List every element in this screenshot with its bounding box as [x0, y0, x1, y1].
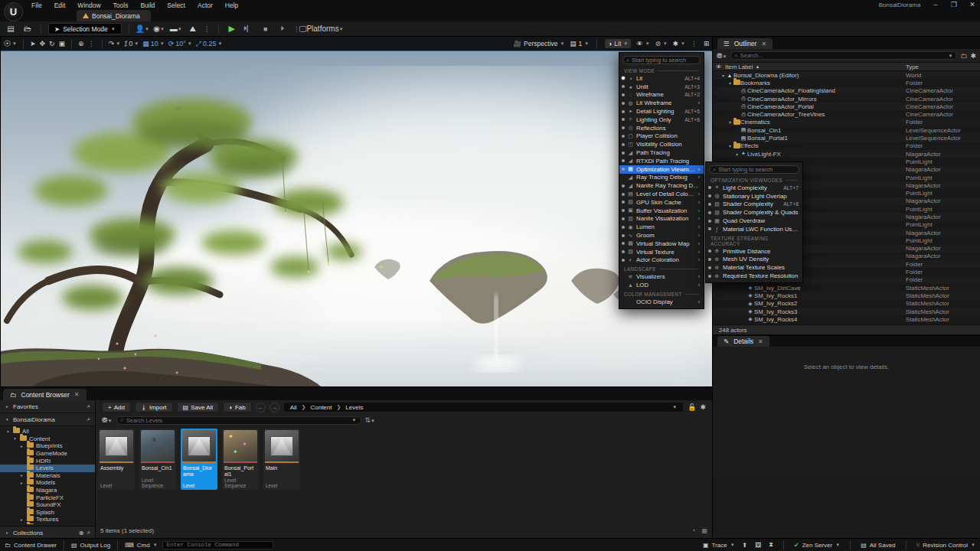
expand-arrow-icon[interactable]: ▾ [720, 73, 726, 78]
folder-content[interactable]: ▾Content [0, 435, 95, 443]
platforms-dropdown[interactable]: 🖵 Platforms ▼ [315, 24, 328, 34]
search-icon[interactable]: ⌕ [87, 403, 90, 410]
import-button[interactable]: ⭳Import [135, 402, 173, 412]
asset-tile-bonsai-diorama[interactable]: Bonsai_DioramaLevel [181, 429, 217, 490]
output-log-button[interactable]: ▤ Output Log [71, 542, 110, 549]
world-space-icon[interactable]: ⊕ [78, 40, 84, 47]
grid-snap-value[interactable]: ▦ 10▼ [142, 40, 164, 47]
close-button[interactable]: ✕ [968, 0, 977, 10]
folder-levels[interactable]: Levels [0, 465, 95, 472]
revision-control-dropdown[interactable]: ⑂ Revision Control ▼ [916, 542, 975, 549]
cinematics-icon[interactable]: ▬▼ [170, 24, 182, 34]
expand-arrow-icon[interactable]: ▾ [5, 429, 11, 434]
expand-arrow-icon[interactable]: ▾ [727, 119, 733, 125]
outliner-row[interactable]: ⎙CineCameraActor_PortalCineCameraActor [713, 103, 980, 110]
outliner-filter-icon[interactable]: ⛃▼ [717, 52, 727, 60]
rotate-tool-icon[interactable]: ↻ [49, 40, 55, 47]
upload-icon[interactable]: ⬆ [743, 542, 748, 549]
project-section[interactable]: ▾ BonsaiDiorama ⌕ [0, 413, 95, 426]
folder-splash[interactable]: Splash [0, 509, 95, 517]
content-drawer-button[interactable]: 🗀 Content Drawer [5, 542, 57, 549]
zen-server-dropdown[interactable]: ✔ Zen Server ▼ [794, 542, 840, 549]
outliner-row[interactable]: ▤Bonsai_Portal1LevelSequenceActor [713, 134, 980, 142]
breadcrumb-content[interactable]: Content [310, 404, 332, 411]
expand-arrow-icon[interactable]: ▸ [19, 473, 24, 478]
menu-actor[interactable]: Actor [192, 1, 218, 10]
outliner-row[interactable]: ▾▲Bonsai_Diorama (Editor)World [713, 71, 980, 79]
cmd-dropdown[interactable]: ⌨ Cmd ▼ [125, 542, 157, 549]
transform-overflow-icon[interactable]: ⋮ [88, 40, 96, 47]
toolbar-overflow-icon[interactable]: ⋮ [204, 25, 211, 33]
browse-content-icon[interactable]: 🗁 [21, 24, 34, 34]
add-collection-icon[interactable]: ⊕ [79, 530, 84, 536]
save-all-button[interactable]: ▤Save All [177, 402, 219, 412]
filter-icon[interactable]: ⛃▼ [102, 416, 113, 424]
thumbnail-size-icon[interactable]: ▦ [701, 527, 707, 534]
outliner-row[interactable]: ▾✦LiveLight-FXNiagaraActor [713, 150, 980, 158]
frame-skip-button[interactable]: ⏵▏ [243, 24, 255, 34]
folder-textures[interactable]: ▸Textures [0, 516, 95, 523]
maximize-viewport-icon[interactable]: ⊞ [704, 40, 709, 47]
forward-button[interactable]: → [270, 403, 279, 412]
visibility-column-icon[interactable]: 👁 [713, 64, 725, 70]
outliner-row[interactable]: ▾BookmarksFolder [713, 79, 980, 86]
menu-help[interactable]: Help [220, 1, 243, 10]
scale-tool-icon[interactable]: ▣ [59, 40, 66, 47]
folder-models[interactable]: ▸Models [0, 479, 95, 487]
asset-tile-main[interactable]: MainLevel [263, 429, 300, 490]
viewmode-item-buffer-visualization[interactable]: ▣Buffer Visualization› [619, 207, 704, 215]
viewport[interactable]: 🖸▼ ➤ ✥ ↻ ▣ ⊕ ⋮ ↷▼ ⁒ 0▼ ▦ 10▼ ⟳ 10°▼ ⤢ 0.… [1, 37, 712, 386]
submenu-search-input[interactable]: ⌕ Start typing to search [709, 165, 799, 174]
back-button[interactable]: ← [256, 403, 266, 412]
view-options-icon[interactable]: ◔ [692, 527, 696, 534]
outliner-row[interactable]: ◈SM_Ivy_Rocks1StaticMeshActor [713, 292, 980, 299]
outliner-row[interactable]: ▤Bonsai_Cin1LevelSequenceActor [713, 126, 980, 134]
rotation-snap-value[interactable]: ⟳ 10°▼ [168, 40, 192, 47]
outliner-row[interactable]: ◈SM_Ivy_Rocks4StaticMeshActor [713, 315, 980, 323]
viewmode-item-detail-lighting[interactable]: ✦Detail LightingALT+5 [619, 107, 704, 116]
optviewmode-item-material-lwc-function-usage[interactable]: ƒMaterial LWC Function Usage [706, 225, 802, 233]
folder-materials[interactable]: ▸Materials [0, 472, 95, 480]
expand-arrow-icon[interactable]: ▸ [19, 444, 24, 448]
close-icon[interactable]: ✕ [761, 41, 766, 47]
outliner-search-input[interactable]: ⌕ Search... ▼ [730, 51, 958, 60]
save-icon[interactable]: ▤ [5, 24, 17, 34]
optviewmode-item-light-complexity[interactable]: ✶Light ComplexityALT+7 [706, 184, 802, 192]
viewmode-item-wireframe[interactable]: ◌WireframeALT+2 [619, 91, 704, 99]
viewmode-item-gpu-skin-cache[interactable]: ▧GPU Skin Cache› [619, 198, 704, 207]
outliner-row[interactable]: ⎙CineCameraActor_FloatingIslandCineCamer… [713, 87, 980, 95]
trace-dropdown[interactable]: ▣ Trace ▼ [703, 542, 735, 549]
folder-soundfx[interactable]: SoundFX [0, 501, 95, 509]
menu-build[interactable]: Build [135, 1, 160, 10]
outliner-row[interactable]: ▾CinematicsFolder [713, 119, 980, 126]
select-tool-icon[interactable]: ➤ [30, 40, 36, 47]
3d-scene-bonsai-diorama[interactable] [1, 51, 712, 386]
viewmode-item-virtual-texture[interactable]: ▨Virtual Texture› [619, 248, 704, 256]
viewmode-item-ray-tracing-debug[interactable]: ◢Ray Tracing Debug› [619, 174, 704, 182]
outliner-row[interactable]: ◈SM_Ivy_Rocks2StaticMeshActor [713, 300, 980, 308]
folder-blueprints[interactable]: ▸Blueprints [0, 442, 95, 450]
breadcrumb-levels[interactable]: Levels [345, 404, 363, 411]
menu-window[interactable]: Window [72, 1, 106, 10]
outliner-row[interactable]: ⎙CineCameraActor_MirrorsCineCameraActor [713, 95, 980, 103]
outliner-row[interactable]: ⎙CineCameraActor_TreeVinesCineCameraActo… [713, 110, 980, 118]
optviewmode-item-stationary-light-overlap[interactable]: ◍Stationary Light Overlap [706, 192, 802, 201]
optviewmode-item-required-texture-resolution[interactable]: ⊕Required Texture Resolution [706, 272, 802, 280]
eject-button[interactable]: ⏵ [276, 24, 289, 34]
viewmode-item-nanite-visualization[interactable]: ▥Nanite Visualization› [619, 215, 704, 223]
viewmode-item-groom[interactable]: ∿Groom› [619, 231, 704, 240]
content-settings-icon[interactable]: ✱ [700, 403, 706, 411]
game-view-dropdown[interactable]: ⊘▼ [655, 40, 668, 47]
type-column[interactable]: Type [906, 64, 919, 70]
play-button[interactable]: ▶ [226, 24, 238, 34]
viewmode-item-player-collision[interactable]: ▢Player Collision [619, 132, 704, 141]
hourglass-icon[interactable]: ⧗ [769, 541, 773, 549]
search-icon[interactable]: ⌕ [87, 529, 90, 536]
show-flags-dropdown[interactable]: 👁▼ [636, 40, 649, 47]
outliner-row[interactable]: ◈SM_Ivy_DirtCaveStaticMeshActor [713, 284, 980, 292]
viewmode-item-unlit[interactable]: ●UnlitALT+3 [619, 83, 704, 91]
folder-particlefx[interactable]: ParticleFX [0, 494, 95, 501]
expand-arrow-icon[interactable]: ▾ [727, 80, 733, 86]
asset-tile-bonsai-cin1[interactable]: ♞Bonsai_Cin1Level Sequence [139, 429, 176, 490]
menu-edit[interactable]: Edit [49, 1, 71, 10]
